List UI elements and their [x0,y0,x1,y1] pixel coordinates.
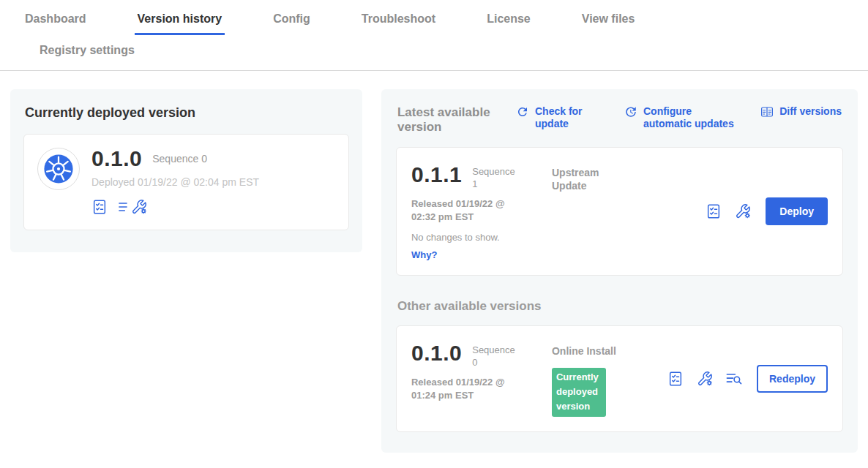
nav-row-secondary: Registry settings [22,35,868,70]
latest-version-card: 0.1.1 Sequence 1 Released 01/19/22 @ 02:… [396,147,843,276]
deployed-version-actions [91,199,259,215]
latest-sequence-label: Sequence 1 [472,162,519,191]
available-versions-panel: Latest available version Check for updat… [381,89,858,453]
no-changes-text: No changes to show. [411,232,552,243]
diff-icon [760,105,774,118]
edit-config-icon[interactable] [131,199,147,215]
diff-versions-link[interactable]: Diff versions [760,105,842,118]
nav-row-primary: Dashboard Version history Config Trouble… [22,0,868,35]
other-versions-title: Other available versions [397,299,843,314]
latest-version-info: 0.1.1 Sequence 1 Released 01/19/22 @ 02:… [411,162,552,260]
other-sequence-label: Sequence 0 [472,341,519,369]
latest-available-title: Latest available version [397,105,497,135]
tab-version-history[interactable]: Version history [135,0,225,35]
configure-auto-updates-link[interactable]: Configure automatic updates [624,105,743,130]
deployed-version-info: 0.1.0 Sequence 0 Deployed 01/19/22 @ 02:… [91,146,259,215]
latest-released-timestamp: Released 01/19/22 @ 02:32 pm EST [411,197,527,224]
available-versions-header: Latest available version Check for updat… [396,104,843,135]
view-logs-icon[interactable] [118,199,128,215]
preflight-checks-icon[interactable] [667,371,684,387]
tab-view-files[interactable]: View files [579,0,638,35]
configure-auto-updates-label: Configure automatic updates [643,105,743,130]
latest-source-label: Upstream Update [552,166,618,192]
deployed-sequence-label: Sequence 0 [152,153,207,165]
deploy-button[interactable]: Deploy [766,197,828,225]
currently-deployed-badge: Currently deployed version [552,368,606,416]
tab-license[interactable]: License [484,0,534,35]
tab-dashboard[interactable]: Dashboard [22,0,89,35]
other-version-source: Online Install Currently deployed versio… [552,341,667,417]
other-version-actions: Redeploy [667,365,828,393]
deployed-version-card: 0.1.0 Sequence 0 Deployed 01/19/22 @ 02:… [23,134,349,230]
latest-version-number: 0.1.1 [411,162,462,187]
view-logs-icon[interactable] [726,371,742,387]
currently-deployed-panel: Currently deployed version 0.1.0 Sequenc… [10,89,362,252]
latest-version-actions: Deploy [706,197,828,225]
deployed-version-number: 0.1.0 [91,146,142,171]
diff-versions-label: Diff versions [779,105,842,118]
other-version-number: 0.1.0 [411,341,462,366]
app-logo [37,148,80,190]
preflight-checks-icon[interactable] [706,203,722,219]
redeploy-button[interactable]: Redeploy [757,365,828,393]
tab-config[interactable]: Config [270,0,313,35]
refresh-icon [516,105,529,118]
why-link[interactable]: Why? [411,249,552,260]
auto-update-icon [624,105,637,118]
check-for-update-link[interactable]: Check for update [516,105,592,130]
check-for-update-label: Check for update [535,105,592,130]
kubernetes-logo-icon [43,154,74,184]
tab-registry-settings[interactable]: Registry settings [37,41,138,60]
tab-troubleshoot[interactable]: Troubleshoot [359,0,438,35]
top-nav: Dashboard Version history Config Trouble… [0,0,868,71]
edit-config-icon[interactable] [697,371,713,387]
other-version-card: 0.1.0 Sequence 0 Released 01/19/22 @ 01:… [396,325,843,432]
other-version-info: 0.1.0 Sequence 0 Released 01/19/22 @ 01:… [411,341,552,402]
latest-version-source: Upstream Update [552,162,667,192]
deployed-timestamp: Deployed 01/19/22 @ 02:04 pm EST [91,176,259,188]
edit-config-icon[interactable] [735,203,751,219]
preflight-checks-icon[interactable] [91,199,108,215]
other-source-label: Online Install [552,344,618,358]
other-released-timestamp: Released 01/19/22 @ 01:24 pm EST [411,376,527,402]
main-content: Currently deployed version 0.1.0 Sequenc… [0,71,868,468]
currently-deployed-title: Currently deployed version [25,105,349,121]
